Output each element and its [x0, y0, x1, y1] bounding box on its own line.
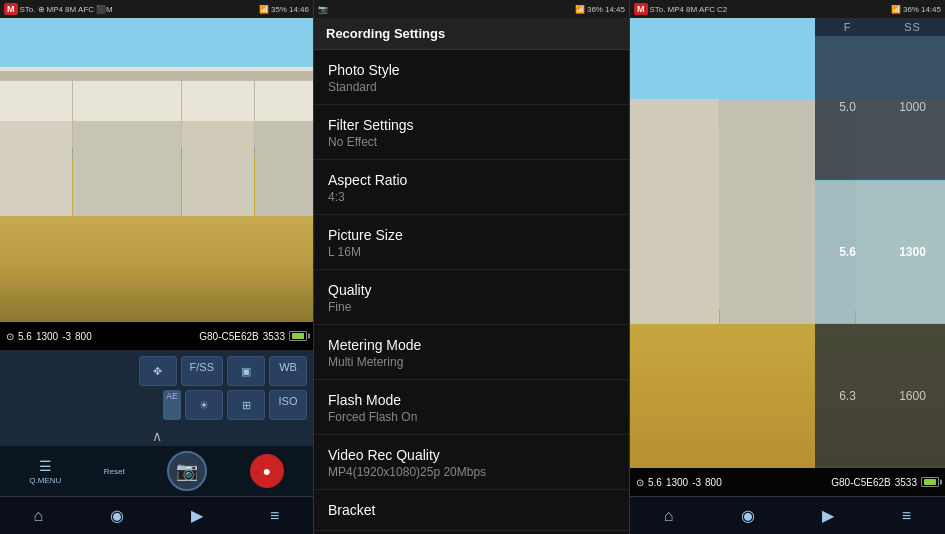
- c2-right: C2: [717, 5, 727, 14]
- menu-nav-btn[interactable]: ≡: [260, 503, 289, 529]
- iso-value-left: 800: [75, 331, 92, 342]
- circle-icon: ⊕: [38, 5, 45, 14]
- building-1: [0, 79, 72, 216]
- wifi-nav-btn[interactable]: ◉: [100, 502, 134, 529]
- m-badge: M: [4, 3, 18, 15]
- setting-photo-style[interactable]: Photo Style Standard: [314, 50, 629, 105]
- ss-col: SS 1000 1300 1600: [880, 18, 945, 468]
- afc-right: AFC: [699, 5, 715, 14]
- chevron-up-btn[interactable]: ∧: [0, 426, 313, 446]
- ss-item-1[interactable]: 1300: [880, 180, 945, 325]
- beach-bg: [0, 216, 313, 322]
- play-nav-right[interactable]: ▶: [812, 502, 844, 529]
- camera-mode-mid: 📷: [318, 5, 328, 14]
- time-right: 14:45: [921, 5, 941, 14]
- setting-metering[interactable]: Metering Mode Multi Metering: [314, 325, 629, 380]
- f-item-0[interactable]: 5.0: [815, 36, 880, 180]
- right-info-left: ⊙ 5.6 1300 -3 800: [636, 477, 722, 488]
- setting-flash[interactable]: Flash Mode Forced Flash On: [314, 380, 629, 435]
- metering-label: Metering Mode: [328, 337, 615, 353]
- left-status-bar: M STo. ⊕ MP4 8M AFC ⬛M 📶 35% 14:46: [0, 0, 313, 18]
- setting-video-quality[interactable]: Video Rec Quality MP4(1920x1080)25p 20Mb…: [314, 435, 629, 490]
- sto-right: STo.: [650, 5, 666, 14]
- settings-list[interactable]: Photo Style Standard Filter Settings No …: [314, 50, 629, 534]
- info-right: G80-C5E62B 3533: [199, 331, 307, 342]
- qmenu-icon: ☰: [39, 458, 52, 474]
- picture-size-value: L 16M: [328, 245, 615, 259]
- reset-btn[interactable]: Reset: [104, 467, 125, 476]
- quality-label: Quality: [328, 282, 615, 298]
- f-col-header: F: [815, 18, 880, 36]
- storage-icon: STo.: [20, 5, 36, 14]
- setting-picture-size[interactable]: Picture Size L 16M: [314, 215, 629, 270]
- left-panel: M STo. ⊕ MP4 8M AFC ⬛M 📶 35% 14:46 ⊙ 5.6: [0, 0, 313, 534]
- battery-icon-left: [289, 331, 307, 341]
- f-item-1[interactable]: 5.6: [815, 180, 880, 325]
- menu-nav-right[interactable]: ≡: [892, 503, 921, 529]
- em-icon: ⬛M: [96, 5, 113, 14]
- settings-title-bar: Recording Settings: [314, 18, 629, 50]
- filter-label: Filter Settings: [328, 117, 615, 133]
- photo-style-label: Photo Style: [328, 62, 615, 78]
- setting-aspect-ratio[interactable]: Aspect Ratio 4:3: [314, 160, 629, 215]
- controls-row-2: AE ☀ ⊞ ISO: [6, 390, 307, 420]
- grid-btn[interactable]: ⊞: [227, 390, 265, 420]
- camera-shutter-icon: 📷: [176, 460, 198, 482]
- wifi-nav-right[interactable]: ◉: [731, 502, 765, 529]
- home-nav-right[interactable]: ⌂: [654, 503, 684, 529]
- shots-left: 3533: [263, 331, 285, 342]
- home-nav-btn[interactable]: ⌂: [23, 503, 53, 529]
- display-btn[interactable]: ▣: [227, 356, 265, 386]
- settings-title: Recording Settings: [326, 26, 445, 41]
- capture-btn[interactable]: 📷: [167, 451, 207, 491]
- record-dot-icon: ●: [262, 463, 270, 479]
- battery-status: 35%: [271, 5, 287, 14]
- middle-panel: 📷 📶 36% 14:45 Recording Settings Photo S…: [314, 0, 629, 534]
- shutter-value-left: 1300: [36, 331, 58, 342]
- record-btn[interactable]: ●: [250, 454, 284, 488]
- camera-icon-right: ⊙: [636, 477, 644, 488]
- metering-value: Multi Metering: [328, 355, 615, 369]
- picker-camera-area: F 5.0 5.6 6.3 SS 1000 1300 1600: [630, 18, 945, 468]
- ss-item-0[interactable]: 1000: [880, 36, 945, 180]
- shutter-right: 1300: [666, 477, 688, 488]
- building-3: [182, 79, 254, 216]
- res-icon: 8M: [65, 5, 76, 14]
- iso-btn[interactable]: ISO: [269, 390, 307, 420]
- aspect-ratio-label: Aspect Ratio: [328, 172, 615, 188]
- battery-icon-right: [921, 477, 939, 487]
- device-id-left: G80-C5E62B: [199, 331, 258, 342]
- wb-btn[interactable]: WB: [269, 356, 307, 386]
- building-row: [0, 79, 313, 216]
- mp4-icon: MP4: [47, 5, 63, 14]
- res-right: 8M: [686, 5, 697, 14]
- mp4-right: MP4: [668, 5, 684, 14]
- ae-lock[interactable]: AE: [163, 390, 181, 420]
- camera-icon-left: ⊙: [6, 331, 14, 342]
- move-btn[interactable]: ✥: [139, 356, 177, 386]
- signal-right: 36%: [903, 5, 919, 14]
- play-nav-btn[interactable]: ▶: [181, 502, 213, 529]
- right-nav-bar: ⌂ ◉ ▶ ≡: [630, 496, 945, 534]
- setting-bracket[interactable]: Bracket: [314, 490, 629, 531]
- right-status-bar: M STo. MP4 8M AFC C2 📶 36% 14:45: [630, 0, 945, 18]
- quality-value: Fine: [328, 300, 615, 314]
- right-status-right: 📶 36% 14:45: [891, 5, 941, 14]
- middle-status-right: 📶 36% 14:45: [575, 5, 625, 14]
- qmenu-btn[interactable]: ☰ Q.MENU: [29, 458, 61, 485]
- bracket-label: Bracket: [328, 502, 615, 518]
- left-camera-view: [0, 18, 313, 322]
- right-info-bar: ⊙ 5.6 1300 -3 800 G80-C5E62B 3533: [630, 468, 945, 496]
- fss-btn[interactable]: F/SS: [181, 356, 223, 386]
- wifi-status: 📶: [259, 5, 269, 14]
- video-quality-label: Video Rec Quality: [328, 447, 615, 463]
- setting-quality[interactable]: Quality Fine: [314, 270, 629, 325]
- wifi-right: 📶: [891, 5, 901, 14]
- info-left: ⊙ 5.6 1300 -3 800: [6, 331, 92, 342]
- ss-item-2[interactable]: 1600: [880, 324, 945, 468]
- setting-filter[interactable]: Filter Settings No Effect: [314, 105, 629, 160]
- bracket-btn[interactable]: ☀: [185, 390, 223, 420]
- picker-overlay: F 5.0 5.6 6.3 SS 1000 1300 1600: [815, 18, 945, 468]
- building-4: [255, 79, 313, 216]
- f-item-2[interactable]: 6.3: [815, 324, 880, 468]
